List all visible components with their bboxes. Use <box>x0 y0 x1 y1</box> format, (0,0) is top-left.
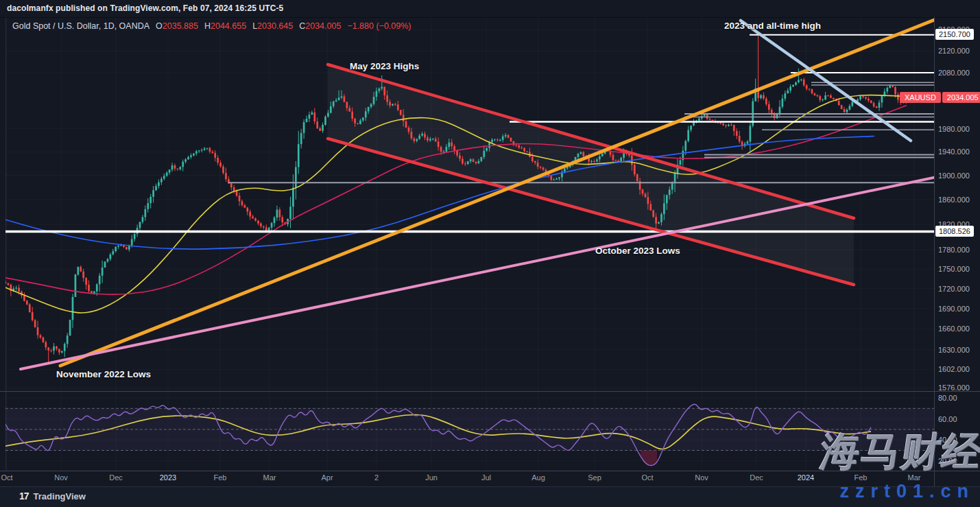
price-axis-border <box>934 17 935 486</box>
attribution-bar <box>0 486 980 507</box>
price-axis-label: 1980.000 <box>938 124 970 134</box>
close-label: C <box>299 21 305 31</box>
price-axis-label: 1860.000 <box>938 195 970 204</box>
price-axis-label: 1690.000 <box>938 304 970 314</box>
tradingview-chart-page: dacolmanfx published on TradingView.com,… <box>0 0 980 507</box>
time-axis-label: Sep <box>579 473 610 482</box>
price-axis-label: 1660.000 <box>938 324 970 333</box>
time-axis[interactable]: OctNovDec2023FebMarApr2JunJulAugSepOctNo… <box>0 471 934 486</box>
close-value: 2034.005 <box>305 21 341 31</box>
high-value: 2044.655 <box>211 21 246 31</box>
open-label: O <box>156 21 163 31</box>
time-axis-label: Feb <box>205 473 235 482</box>
time-axis-label: Oct <box>0 473 22 482</box>
last-price-badge: XAUUSD 2034.005 <box>900 92 980 103</box>
change-value: −1.880 (−0.09%) <box>347 21 411 31</box>
price-axis-label: 1630.000 <box>938 345 970 355</box>
symbol-tag: XAUUSD <box>900 92 941 103</box>
trendline-orange[interactable] <box>60 19 936 366</box>
rsi-axis-label: 80.00 <box>938 393 957 403</box>
pane-left-edge <box>5 17 6 471</box>
price-axis-label: 1720.000 <box>938 284 970 294</box>
trendline-pink[interactable] <box>21 176 940 369</box>
high-label: H <box>204 21 211 31</box>
last-price-value: 2034.005 <box>942 92 980 103</box>
price-axis-label: 1940.000 <box>938 147 970 156</box>
time-axis-label: 2024 <box>791 473 821 482</box>
low-value: 2030.645 <box>257 21 293 31</box>
time-axis-label: 2 <box>361 473 392 482</box>
time-axis-label: Oct <box>632 473 662 482</box>
price-axis-label: 2080.000 <box>938 68 970 78</box>
price-badge-ath: 2150.700 <box>935 29 974 40</box>
time-axis-label: 2023 <box>153 473 183 482</box>
time-axis-label: Dec <box>101 473 131 482</box>
rsi-oversold-fill <box>641 451 657 467</box>
tradingview-logo-text: TradingView <box>34 491 86 502</box>
symbol-title[interactable]: Gold Spot / U.S. Dollar, 1D, OANDA <box>12 21 150 31</box>
price-badge-oct-low: 1808.526 <box>935 226 974 237</box>
annotation-october-2023-lows[interactable]: October 2023 Lows <box>595 246 680 256</box>
symbol-info-bar[interactable]: Gold Spot / U.S. Dollar, 1D, OANDA O2035… <box>12 21 411 31</box>
price-axis[interactable]: 2160.0002120.0002080.0001980.0001940.000… <box>935 17 980 471</box>
price-axis-label: 1900.000 <box>938 171 970 180</box>
price-axis-label: 1602.000 <box>938 364 970 374</box>
channel-fill <box>328 64 854 285</box>
rsi-pane[interactable] <box>4 404 934 466</box>
watermark-url-text: zzrt01.cn <box>839 481 975 502</box>
time-axis-label: Nov <box>686 473 717 482</box>
time-axis-label: Dec <box>741 473 772 482</box>
tradingview-logo-icon: 17 <box>19 491 29 502</box>
price-axis-label: 1750.000 <box>938 264 970 274</box>
time-axis-label: Nov <box>46 473 76 482</box>
annotation-november-2022-lows[interactable]: November 2022 Lows <box>56 369 151 379</box>
time-axis-label: Mar <box>254 473 285 482</box>
time-axis-label: Aug <box>523 473 553 482</box>
annotation-may-2023-highs[interactable]: May 2023 Highs <box>350 61 419 71</box>
price-axis-label: 1780.000 <box>938 245 970 255</box>
pane-separator[interactable] <box>0 391 980 392</box>
annotation-all-time-high[interactable]: 2023 and all-time high <box>724 21 821 31</box>
price-pane[interactable] <box>0 19 940 369</box>
price-axis-label: 2120.000 <box>938 46 970 56</box>
open-value: 2035.885 <box>163 21 198 31</box>
time-axis-label: Jun <box>416 473 446 482</box>
rsi-axis-label: 60.00 <box>938 414 957 424</box>
watermark-chinese-text: 海马财经 <box>818 432 980 471</box>
time-axis-label: Jul <box>471 473 501 482</box>
time-axis-label: Apr <box>312 473 342 482</box>
tradingview-attribution[interactable]: 17 TradingView <box>19 491 86 502</box>
